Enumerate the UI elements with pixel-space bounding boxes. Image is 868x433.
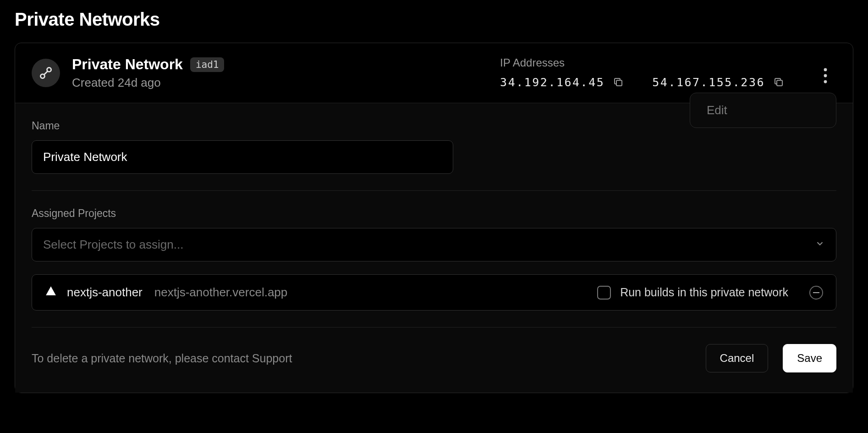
copy-icon bbox=[773, 77, 784, 88]
network-name: Private Network bbox=[72, 56, 183, 73]
vercel-triangle-icon bbox=[45, 285, 57, 300]
divider bbox=[32, 190, 836, 191]
remove-project-button[interactable] bbox=[809, 286, 823, 300]
divider bbox=[32, 327, 836, 328]
assigned-project-row: nextjs-another nextjs-another.vercel.app… bbox=[32, 274, 836, 311]
actions-popover: Edit bbox=[690, 93, 836, 128]
created-text: Created 24d ago bbox=[72, 76, 224, 90]
assigned-projects-label: Assigned Projects bbox=[32, 207, 836, 220]
name-input[interactable] bbox=[32, 140, 453, 174]
more-actions-button[interactable] bbox=[820, 64, 831, 89]
run-builds-label: Run builds in this private network bbox=[620, 286, 788, 299]
ip-addresses-label: IP Addresses bbox=[500, 56, 786, 69]
ip-address-2: 54.167.155.236 bbox=[652, 76, 765, 89]
svg-rect-4 bbox=[777, 80, 782, 86]
projects-select-placeholder: Select Projects to assign... bbox=[43, 238, 183, 252]
svg-rect-9 bbox=[813, 292, 819, 293]
svg-rect-3 bbox=[616, 80, 622, 86]
copy-ip-2-button[interactable] bbox=[771, 75, 786, 89]
project-name: nextjs-another bbox=[67, 285, 143, 300]
svg-point-7 bbox=[824, 80, 827, 83]
edit-menu-item[interactable]: Edit bbox=[707, 103, 819, 117]
page-title: Private Networks bbox=[15, 9, 853, 30]
copy-ip-1-button[interactable] bbox=[611, 75, 626, 89]
copy-icon bbox=[613, 77, 624, 88]
kebab-icon bbox=[824, 68, 827, 83]
network-card: Private Network iad1 Created 24d ago IP … bbox=[15, 43, 853, 393]
delete-note: To delete a private network, please cont… bbox=[32, 352, 292, 365]
minus-icon bbox=[813, 292, 819, 293]
svg-point-5 bbox=[824, 68, 827, 72]
card-header: Private Network iad1 Created 24d ago IP … bbox=[15, 43, 853, 103]
svg-point-6 bbox=[824, 74, 827, 78]
ip-address-1: 34.192.164.45 bbox=[500, 76, 604, 89]
project-domain: nextjs-another.vercel.app bbox=[154, 285, 288, 300]
projects-select[interactable]: Select Projects to assign... bbox=[32, 228, 836, 261]
svg-marker-8 bbox=[46, 286, 56, 295]
cancel-button[interactable]: Cancel bbox=[706, 344, 769, 372]
region-badge: iad1 bbox=[190, 57, 225, 72]
svg-line-2 bbox=[44, 71, 48, 75]
save-button[interactable]: Save bbox=[783, 344, 836, 372]
run-builds-checkbox[interactable] bbox=[597, 286, 611, 300]
network-icon bbox=[32, 59, 60, 87]
chevron-down-icon bbox=[815, 238, 825, 252]
